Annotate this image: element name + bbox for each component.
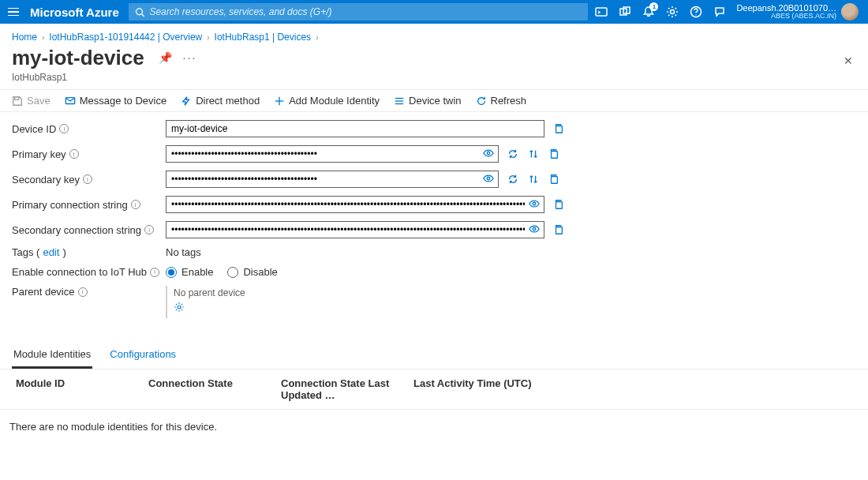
parent-device-label: Parent device	[12, 286, 75, 298]
svg-point-22	[533, 227, 536, 231]
swap-icon[interactable]	[527, 148, 540, 160]
svg-line-1	[141, 13, 144, 16]
tags-label: Tags (	[12, 246, 39, 258]
enable-radio[interactable]: Enable	[166, 266, 213, 278]
copy-icon[interactable]	[552, 223, 565, 236]
refresh-button[interactable]: Refresh	[476, 95, 527, 107]
col-connection-updated: Connection State Last Updated …	[281, 377, 413, 401]
search-icon	[135, 7, 145, 17]
parent-device-value: No parent device	[174, 287, 245, 298]
regenerate-icon[interactable]	[507, 148, 519, 160]
direct-method-button[interactable]: Direct method	[181, 95, 260, 107]
brand[interactable]: Microsoft Azure	[30, 6, 119, 19]
primary-key-field[interactable]	[166, 145, 499, 163]
device-twin-button[interactable]: Device twin	[394, 95, 461, 107]
page-subtitle: IotHubRasp1	[0, 70, 868, 89]
reveal-icon[interactable]	[529, 198, 540, 209]
secondary-conn-string-label: Secondary connection string	[12, 224, 141, 236]
page-title: my-iot-device	[12, 46, 144, 70]
reveal-icon[interactable]	[483, 148, 494, 159]
svg-rect-8	[15, 96, 19, 99]
svg-rect-15	[556, 126, 563, 133]
regenerate-icon[interactable]	[507, 173, 519, 186]
search-wrap[interactable]	[129, 3, 588, 21]
info-icon[interactable]: i	[69, 149, 79, 159]
crumb-devices[interactable]: IotHubRasp1 | Devices	[215, 32, 312, 43]
copy-icon[interactable]	[548, 173, 560, 186]
primary-key-label: Primary key	[12, 148, 66, 160]
col-last-activity: Last Activity Time (UTC)	[413, 377, 546, 401]
gear-icon[interactable]	[174, 302, 185, 313]
copy-icon[interactable]	[548, 148, 560, 160]
info-icon[interactable]: i	[59, 124, 69, 133]
tab-module-identities[interactable]: Module Identities	[12, 348, 92, 369]
directories-icon[interactable]	[613, 0, 637, 24]
info-icon[interactable]: i	[131, 200, 140, 209]
svg-point-5	[671, 10, 675, 14]
info-icon[interactable]: i	[78, 287, 88, 297]
info-icon[interactable]: i	[144, 225, 154, 234]
primary-conn-string-field[interactable]	[166, 196, 544, 213]
primary-conn-string-label: Primary connection string	[12, 199, 128, 211]
svg-point-7	[696, 15, 697, 16]
command-bar: Save Message to Device Direct method Add…	[0, 89, 868, 112]
cloudshell-icon[interactable]	[589, 0, 613, 24]
breadcrumb: Home› IotHubRasp1-101914442 | Overview› …	[0, 24, 868, 46]
close-icon[interactable]: ✕	[844, 54, 853, 67]
device-form: Device IDi Primary keyi Secondary keyi P…	[0, 112, 868, 334]
tab-configurations[interactable]: Configurations	[108, 348, 178, 369]
message-button[interactable]: Message to Device	[65, 95, 167, 107]
search-input[interactable]	[149, 6, 581, 17]
secondary-conn-string-field[interactable]	[166, 221, 544, 238]
help-icon[interactable]	[684, 0, 708, 24]
tags-edit-link[interactable]: edit	[43, 246, 59, 258]
table-empty-message: There are no module identities for this …	[0, 410, 868, 444]
user-org: ABES (ABES.AC.IN)	[736, 13, 836, 21]
svg-rect-23	[556, 227, 563, 234]
secondary-key-label: Secondary key	[12, 174, 80, 186]
svg-rect-21	[556, 202, 563, 209]
add-module-button[interactable]: Add Module Identity	[274, 95, 380, 107]
chevron-right-icon: ›	[316, 33, 318, 42]
svg-rect-17	[552, 152, 558, 159]
settings-icon[interactable]	[660, 0, 684, 24]
svg-point-20	[533, 202, 536, 205]
svg-point-16	[487, 152, 490, 155]
notif-badge: 1	[649, 2, 658, 11]
tags-value: No tags	[166, 246, 201, 258]
swap-icon[interactable]	[527, 173, 540, 186]
feedback-icon[interactable]	[708, 0, 731, 24]
svg-point-24	[178, 306, 181, 309]
menu-icon[interactable]	[5, 3, 22, 21]
copy-icon[interactable]	[552, 198, 565, 211]
info-icon[interactable]: i	[150, 268, 159, 277]
chevron-right-icon: ›	[207, 33, 209, 42]
info-icon[interactable]: i	[83, 174, 92, 184]
copy-icon[interactable]	[552, 122, 565, 135]
svg-rect-2	[596, 8, 607, 16]
azure-topbar: Microsoft Azure 1 Deepansh.20B0101070… A…	[0, 0, 868, 24]
reveal-icon[interactable]	[483, 173, 494, 184]
reveal-icon[interactable]	[529, 223, 540, 234]
topbar-right: 1 Deepansh.20B0101070… ABES (ABES.AC.IN)	[589, 0, 863, 24]
secondary-key-field[interactable]	[166, 171, 499, 188]
disable-radio[interactable]: Disable	[227, 266, 277, 278]
save-button[interactable]: Save	[12, 95, 51, 107]
chevron-right-icon: ›	[42, 33, 44, 42]
tabs: Module Identities Configurations	[0, 334, 868, 369]
avatar	[841, 3, 859, 21]
crumb-home[interactable]: Home	[12, 32, 37, 43]
col-connection-state: Connection State	[148, 377, 281, 401]
svg-point-0	[136, 8, 142, 14]
enable-connection-label: Enable connection to IoT Hub	[12, 266, 147, 278]
notifications-icon[interactable]: 1	[637, 0, 660, 24]
device-id-field[interactable]	[166, 120, 544, 137]
device-id-label: Device ID	[12, 123, 56, 135]
svg-point-18	[487, 177, 490, 180]
user-menu[interactable]: Deepansh.20B0101070… ABES (ABES.AC.IN)	[731, 3, 863, 21]
crumb-overview[interactable]: IotHubRasp1-101914442 | Overview	[49, 32, 202, 43]
more-icon[interactable]: ···	[183, 51, 197, 64]
col-module-id: Module ID	[16, 377, 148, 401]
svg-rect-19	[552, 177, 558, 184]
pin-icon[interactable]: 📌	[159, 51, 172, 64]
